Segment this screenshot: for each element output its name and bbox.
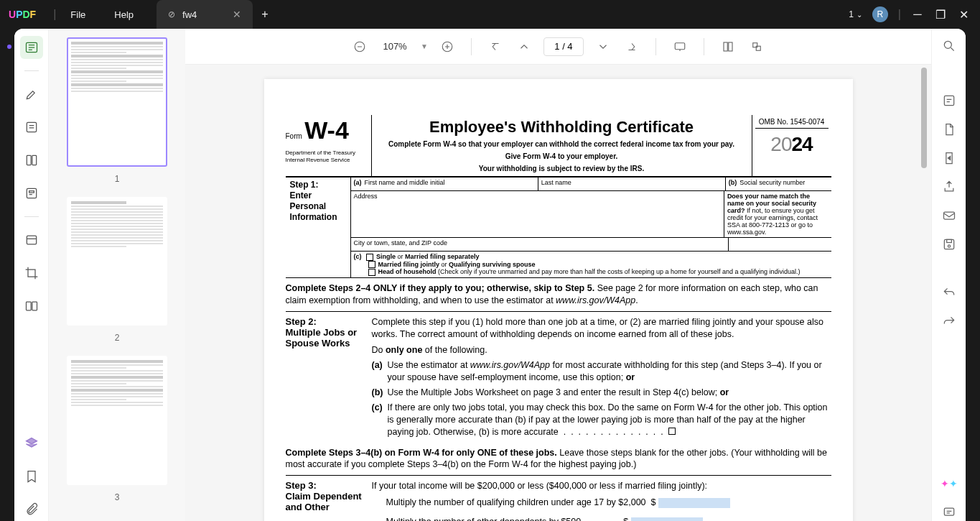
thumb-label-2: 2 xyxy=(115,333,120,343)
form-icon[interactable] xyxy=(20,182,43,205)
avatar[interactable]: R xyxy=(872,6,888,22)
add-tab-button[interactable]: + xyxy=(261,8,268,21)
last-page-icon[interactable] xyxy=(622,37,641,56)
svg-point-20 xyxy=(948,245,950,247)
tab-count-dropdown[interactable]: 1⌄ xyxy=(849,9,862,19)
svg-point-15 xyxy=(944,41,951,48)
content-area: 107% ▼ Form W-4 Department of the Treasu… xyxy=(185,29,931,521)
save-icon[interactable] xyxy=(941,236,958,253)
email-icon[interactable] xyxy=(941,207,958,224)
first-page-icon[interactable] xyxy=(486,37,505,56)
svg-rect-19 xyxy=(946,239,951,242)
tab-title: fw4 xyxy=(182,9,197,20)
step1-label: Step 1: Enter Personal Information xyxy=(286,177,350,277)
thumbnail-3[interactable] xyxy=(67,356,167,485)
document-scroll[interactable]: Form W-4 Department of the Treasury Inte… xyxy=(185,65,931,521)
svg-rect-21 xyxy=(944,508,953,515)
organize-icon[interactable] xyxy=(20,149,43,172)
scrollbar[interactable] xyxy=(921,68,927,168)
svg-rect-13 xyxy=(753,42,757,47)
thumbnail-1[interactable] xyxy=(67,37,167,167)
thumb-label-1: 1 xyxy=(115,174,120,184)
active-indicator xyxy=(7,45,11,49)
reader-mode-icon[interactable] xyxy=(20,36,43,59)
form-title: Employee's Withholding Certificate xyxy=(379,118,745,137)
svg-rect-1 xyxy=(27,122,36,132)
undo-icon[interactable] xyxy=(941,285,958,302)
redact-icon[interactable] xyxy=(20,229,43,252)
layers-icon[interactable] xyxy=(20,432,43,455)
step2-label: Step 2: Multiple Jobs or Spouse Works xyxy=(286,316,372,438)
zoom-dropdown-icon[interactable]: ▼ xyxy=(421,42,428,50)
redo-icon[interactable] xyxy=(941,313,958,331)
menu-file[interactable]: File xyxy=(56,9,100,20)
ocr-icon[interactable] xyxy=(941,92,958,109)
document-icon: ⊘ xyxy=(168,9,175,19)
svg-rect-16 xyxy=(944,96,953,105)
bookmark-icon[interactable] xyxy=(20,465,43,488)
export-icon[interactable] xyxy=(941,121,958,138)
highlight-icon[interactable] xyxy=(20,83,43,106)
svg-rect-10 xyxy=(675,42,685,49)
thumbnail-2[interactable] xyxy=(67,197,167,326)
zoom-out-icon[interactable] xyxy=(350,37,369,56)
step3-label: Step 3: Claim Dependent and Other xyxy=(286,480,372,521)
search-icon[interactable] xyxy=(941,37,958,55)
ai-icon[interactable]: ✦✦ xyxy=(941,475,958,492)
svg-rect-6 xyxy=(26,302,31,310)
svg-rect-17 xyxy=(943,212,954,219)
svg-rect-3 xyxy=(32,155,36,165)
menu-help[interactable]: Help xyxy=(100,9,148,20)
document-page: Form W-4 Department of the Treasury Inte… xyxy=(264,79,853,521)
zoom-level: 107% xyxy=(379,41,411,52)
prev-page-icon[interactable] xyxy=(515,37,533,56)
compare-icon[interactable] xyxy=(20,295,43,318)
crop-icon[interactable] xyxy=(20,262,43,285)
thumb-label-3: 3 xyxy=(115,492,120,502)
dept-text: Department of the Treasury Internal Reve… xyxy=(286,149,367,163)
svg-rect-7 xyxy=(32,302,37,310)
svg-rect-5 xyxy=(27,236,36,244)
rotate-icon[interactable] xyxy=(747,37,766,56)
workspace: 1 2 3 107% ▼ xyxy=(14,29,966,521)
svg-rect-11 xyxy=(724,42,727,51)
edit-text-icon[interactable] xyxy=(20,116,43,139)
comment-icon[interactable] xyxy=(941,504,958,521)
titlebar: UPDF | File Help ⊘fw4 ✕ + 1⌄ R | ─ ❐ ✕ xyxy=(0,0,980,29)
next-page-icon[interactable] xyxy=(594,37,612,56)
svg-rect-4 xyxy=(27,188,36,198)
thumbnail-panel: 1 2 3 xyxy=(49,29,185,521)
zoom-in-icon[interactable] xyxy=(438,37,457,56)
presentation-icon[interactable] xyxy=(671,37,689,56)
svg-rect-12 xyxy=(729,42,732,51)
right-toolbar: ✦✦ xyxy=(931,29,966,521)
convert-icon[interactable] xyxy=(941,149,958,167)
svg-rect-2 xyxy=(27,155,31,165)
attachment-icon[interactable] xyxy=(20,498,43,521)
close-window-icon[interactable]: ✕ xyxy=(957,8,970,22)
left-toolbar xyxy=(14,29,49,521)
close-icon[interactable]: ✕ xyxy=(233,9,241,20)
svg-rect-14 xyxy=(756,46,760,50)
minimize-icon[interactable]: ─ xyxy=(911,8,924,21)
maximize-icon[interactable]: ❐ xyxy=(934,8,947,22)
app-logo: UPDF xyxy=(9,9,36,20)
page-input[interactable] xyxy=(543,37,584,56)
page-layout-icon[interactable] xyxy=(719,37,737,56)
top-toolbar: 107% ▼ xyxy=(185,29,931,65)
tab-fw4[interactable]: ⊘fw4 ✕ xyxy=(157,0,253,29)
share-icon[interactable] xyxy=(941,178,958,195)
